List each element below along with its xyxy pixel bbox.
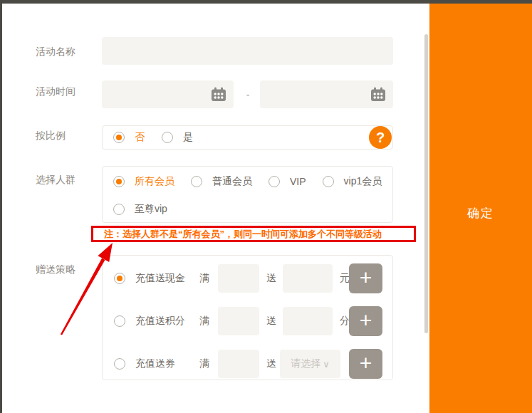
- calendar-icon[interactable]: [211, 87, 226, 105]
- coupon-select-placeholder: 请选择: [291, 357, 320, 370]
- frame-left-border: [0, 0, 2, 413]
- gift-row-points: 充值送积分 满 送 分 +: [103, 307, 392, 335]
- note-text: 注：选择人群不是“所有会员”，则同一时间可添加多个不同等级活动: [104, 228, 382, 240]
- confirm-panel: 确定: [429, 4, 532, 413]
- coupon-select[interactable]: 请选择 ∨: [280, 350, 340, 378]
- radio-audience-supreme[interactable]: [113, 204, 125, 215]
- radio-gift-points[interactable]: [114, 315, 125, 327]
- by-ratio-group: 否 是 ?: [102, 125, 393, 150]
- activity-name-input[interactable]: [102, 37, 393, 65]
- radio-gift-cash[interactable]: [114, 273, 125, 284]
- calendar-icon[interactable]: [370, 87, 386, 105]
- frame-top-border: [0, 0, 532, 4]
- gift-coupon-mid: 送: [266, 357, 276, 370]
- gift-coupon-prefix: 满: [199, 357, 209, 370]
- radio-yes-label[interactable]: 是: [183, 131, 193, 144]
- radio-audience-normal[interactable]: [191, 176, 202, 187]
- audience-label: 选择人群: [36, 174, 75, 184]
- gift-cash-unit: 元: [340, 272, 350, 285]
- gift-strategy-label: 赠送策略: [36, 264, 75, 274]
- add-cash-rule-button[interactable]: +: [349, 263, 382, 293]
- start-date-input[interactable]: [102, 80, 234, 108]
- gift-cash-amount-input[interactable]: [218, 264, 259, 293]
- radio-audience-all[interactable]: [113, 176, 125, 187]
- annotation-red-box: 注：选择人群不是“所有会员”，则同一时间可添加多个不同等级活动: [91, 226, 416, 242]
- gift-coupon-amount-input[interactable]: [218, 350, 259, 378]
- add-coupon-rule-button[interactable]: +: [349, 349, 382, 379]
- gift-points-prefix: 满: [199, 315, 209, 328]
- audience-option-supreme[interactable]: 至尊vip: [135, 203, 167, 216]
- gift-points-gift-input[interactable]: [283, 307, 333, 335]
- radio-no-label[interactable]: 否: [135, 131, 145, 144]
- radio-gift-coupon[interactable]: [114, 358, 125, 370]
- activity-time-label: 活动时间: [36, 86, 75, 96]
- gift-points-mid: 送: [266, 315, 276, 328]
- audience-option-all[interactable]: 所有会员: [135, 175, 174, 188]
- audience-option-vip[interactable]: VIP: [290, 176, 306, 187]
- gift-row-coupon: 充值送券 满 送 请选择 ∨ +: [103, 350, 392, 378]
- gift-row-cash: 充值送现金 满 送 元 +: [103, 264, 392, 293]
- gift-cash-prefix: 满: [199, 272, 209, 285]
- audience-option-vip1[interactable]: vip1会员: [344, 175, 382, 188]
- radio-audience-vip[interactable]: [268, 176, 280, 187]
- date-range-separator: -: [243, 89, 253, 100]
- gift-strategy-group: 充值送现金 满 送 元 + 充值送积分 满 送 分 + 充值送券 满 送 请选择: [102, 255, 393, 380]
- chevron-down-icon: ∨: [323, 359, 330, 370]
- audience-group: 所有会员 普通会员 VIP vip1会员 至尊vip: [102, 166, 393, 223]
- gift-points-unit: 分: [340, 315, 350, 328]
- by-ratio-label: 按比例: [36, 130, 66, 140]
- gift-cash-mid: 送: [266, 272, 276, 285]
- gift-coupon-label[interactable]: 充值送券: [135, 357, 199, 370]
- radio-audience-vip1[interactable]: [323, 176, 334, 187]
- gift-points-amount-input[interactable]: [218, 307, 259, 335]
- gift-points-label[interactable]: 充值送积分: [135, 315, 199, 328]
- add-points-rule-button[interactable]: +: [349, 306, 382, 336]
- gift-cash-label[interactable]: 充值送现金: [135, 272, 199, 285]
- help-icon[interactable]: ?: [369, 126, 392, 149]
- radio-yes[interactable]: [162, 132, 173, 143]
- radio-no[interactable]: [113, 132, 125, 143]
- scrollbar-thumb[interactable]: [424, 34, 428, 333]
- activity-form-window: 确定 活动名称 活动时间 - 按比例: [0, 0, 532, 413]
- end-date-input[interactable]: [260, 80, 393, 108]
- confirm-button[interactable]: 确定: [429, 205, 532, 221]
- gift-cash-gift-input[interactable]: [283, 264, 333, 293]
- activity-name-label: 活动名称: [36, 46, 75, 56]
- audience-option-normal[interactable]: 普通会员: [212, 175, 252, 188]
